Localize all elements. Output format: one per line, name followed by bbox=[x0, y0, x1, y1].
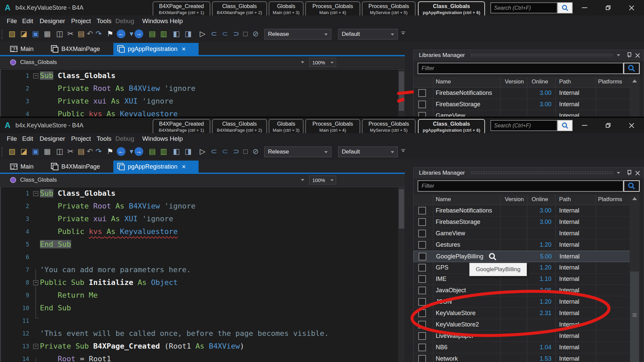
code-line[interactable]: 4 Public kvs As Keyvaluestore bbox=[1, 225, 397, 238]
library-checkbox[interactable] bbox=[418, 207, 426, 215]
column-header-version[interactable]: Version bbox=[505, 78, 524, 85]
tab-close-icon[interactable]: × bbox=[182, 163, 186, 171]
collapse-box-icon[interactable]: − bbox=[33, 191, 38, 196]
quick-tab-class_globals[interactable]: Class_GlobalsB4XMainPage (ctrl + 2) bbox=[212, 119, 267, 133]
save-icon[interactable]: ▣ bbox=[30, 28, 41, 40]
libraries-scrollbar-thumb[interactable] bbox=[630, 272, 639, 362]
restore-button[interactable] bbox=[598, 0, 619, 15]
search-button[interactable] bbox=[557, 120, 573, 131]
navigate-back-icon[interactable]: ← bbox=[116, 146, 126, 157]
scroll-up-icon[interactable] bbox=[632, 79, 637, 82]
column-header-online[interactable]: Online bbox=[532, 196, 548, 203]
library-filter-search-button[interactable] bbox=[624, 180, 640, 192]
code-line[interactable]: 14 Root = Root1 bbox=[1, 353, 397, 362]
code-line[interactable]: 3 Private xui As XUI 'ignore bbox=[1, 95, 397, 108]
library-filter-search-button[interactable] bbox=[624, 63, 640, 74]
menu-project[interactable]: Project bbox=[71, 135, 91, 142]
breadcrumb-caret-icon[interactable] bbox=[301, 179, 304, 181]
scroll-up-icon[interactable] bbox=[632, 197, 637, 200]
next-module-icon[interactable]: ◨ bbox=[183, 28, 194, 40]
library-row[interactable]: FirebaseNotifications3.00Internal bbox=[414, 87, 640, 99]
library-row[interactable]: Gestures1.20Internal bbox=[414, 239, 640, 251]
library-checkbox[interactable] bbox=[418, 298, 426, 306]
toolbar-overflow-icon[interactable] bbox=[401, 32, 405, 35]
minimize-button[interactable] bbox=[574, 0, 595, 15]
bookmark-icon[interactable]: ⚑ bbox=[105, 146, 115, 157]
panel-pin-icon[interactable] bbox=[627, 170, 631, 176]
zoom-dropdown[interactable]: 100% bbox=[309, 176, 336, 184]
navigate-back-icon[interactable]: ← bbox=[116, 28, 126, 40]
libraries-panel-titlebar[interactable]: Libraries Manager bbox=[414, 168, 644, 178]
code-line[interactable]: 2 Private Root As B4XView 'ignore bbox=[1, 200, 397, 213]
code-line[interactable]: 11 bbox=[1, 314, 397, 327]
library-row[interactable]: GameViewInternal bbox=[414, 110, 640, 117]
quick-tab-process_globals[interactable]: Process_GlobalsMyService (ctrl + 5) bbox=[362, 1, 416, 15]
panel-close-icon[interactable] bbox=[635, 53, 640, 58]
close-button[interactable] bbox=[621, 0, 642, 15]
stop-icon[interactable]: □ bbox=[240, 146, 251, 157]
menu-tools[interactable]: Tools bbox=[97, 17, 111, 25]
library-row[interactable]: KeyValueStore2Internal bbox=[414, 319, 640, 330]
library-checkbox[interactable] bbox=[418, 218, 426, 226]
tab-main[interactable]: Main bbox=[6, 43, 45, 55]
quick-tab-class_globals[interactable]: Class_GlobalspgAppRegistration (ctrl + 6… bbox=[418, 1, 485, 15]
breadcrumb[interactable]: Class_Globals bbox=[20, 177, 57, 183]
library-checkbox[interactable] bbox=[419, 253, 426, 260]
menu-designer[interactable]: Designer bbox=[40, 17, 65, 25]
menu-file[interactable]: File bbox=[7, 135, 17, 142]
library-row[interactable]: Network1.53Internal bbox=[414, 353, 640, 362]
menu-file[interactable]: File bbox=[7, 17, 17, 25]
collapse-box-icon[interactable]: − bbox=[33, 344, 38, 349]
panel-menu-caret-icon[interactable] bbox=[617, 54, 620, 56]
new-project-icon[interactable]: ▨ bbox=[7, 146, 17, 157]
quick-tab-process_globals[interactable]: Process_GlobalsMyService (ctrl + 5) bbox=[362, 119, 416, 133]
code-line[interactable]: 8−Public Sub Initialize As Object bbox=[1, 276, 397, 289]
code-line[interactable]: 13−Private Sub B4XPage_Created (Root1 As… bbox=[1, 340, 397, 353]
tab-pgappregistration[interactable]: pgAppRegistration× bbox=[113, 161, 199, 173]
search-button[interactable] bbox=[557, 2, 573, 13]
toolbar-overflow-icon[interactable] bbox=[401, 149, 405, 152]
code-line[interactable]: 9 Return Me bbox=[1, 289, 397, 302]
code-line[interactable]: 5End Sub bbox=[1, 238, 397, 251]
menu-windows[interactable]: Windows bbox=[142, 17, 168, 25]
library-checkbox[interactable] bbox=[418, 101, 426, 108]
open-project-icon[interactable]: ◪ bbox=[18, 146, 29, 157]
library-checkbox[interactable] bbox=[418, 230, 426, 237]
library-checkbox[interactable] bbox=[418, 355, 426, 362]
filter-config-dropdown[interactable]: Default bbox=[338, 146, 398, 157]
bookmark-icon[interactable]: ⚑ bbox=[105, 28, 115, 40]
clean-project-icon[interactable]: ⊘ bbox=[250, 146, 261, 157]
tab-pgappregistration[interactable]: pgAppRegistration× bbox=[113, 43, 199, 55]
code-line[interactable]: 12'This event will be called once, befor… bbox=[1, 327, 397, 340]
open-project-icon[interactable]: ◪ bbox=[18, 28, 29, 40]
column-header-name[interactable]: Name bbox=[436, 78, 451, 85]
copy-icon[interactable]: ◫ bbox=[54, 28, 65, 40]
quick-tab-class_globals[interactable]: Class_GlobalsB4XMainPage (ctrl + 2) bbox=[212, 1, 267, 15]
code-line[interactable]: 3 Private xui As XUI 'ignore bbox=[1, 213, 397, 225]
redo-icon[interactable]: ↷ bbox=[93, 146, 104, 157]
library-row[interactable]: NB61.04Internal bbox=[414, 342, 640, 353]
next-module-icon[interactable]: ◨ bbox=[183, 146, 194, 157]
menu-project[interactable]: Project bbox=[71, 17, 91, 25]
quick-tab-b4xpage_created[interactable]: B4XPage_CreatedB4XMainPage (ctrl + 1) bbox=[153, 1, 210, 15]
library-row[interactable]: FirebaseStorage3.00Internal bbox=[414, 99, 640, 110]
search-input[interactable]: Search (Ctrl+F) bbox=[490, 2, 557, 13]
quick-tab-process_globals[interactable]: Process_GlobalsMain (ctrl + 4) bbox=[305, 1, 360, 15]
code-line[interactable]: 6 bbox=[1, 251, 397, 263]
library-checkbox[interactable] bbox=[418, 241, 426, 249]
panel-pin-icon[interactable] bbox=[627, 52, 631, 58]
run-icon[interactable]: ▷ bbox=[197, 146, 208, 157]
breadcrumb-caret-icon[interactable] bbox=[301, 61, 304, 63]
library-row[interactable]: JSON1.20Internal bbox=[414, 296, 640, 308]
build-config-dropdown[interactable]: Release bbox=[264, 29, 331, 40]
library-checkbox[interactable] bbox=[418, 332, 426, 340]
column-header-path[interactable]: Path bbox=[559, 196, 571, 203]
library-checkbox[interactable] bbox=[418, 344, 426, 351]
quick-tab-process_globals[interactable]: Process_GlobalsMain (ctrl + 4) bbox=[305, 119, 360, 133]
compile-debug-icon[interactable]: ⊂ bbox=[209, 28, 219, 40]
column-header-platforms[interactable]: Platforms bbox=[598, 78, 622, 85]
save-icon[interactable]: ▣ bbox=[30, 146, 41, 157]
stop-icon[interactable]: □ bbox=[240, 28, 251, 40]
save-all-icon[interactable]: ▦ bbox=[42, 28, 53, 40]
restore-button[interactable] bbox=[598, 118, 619, 133]
